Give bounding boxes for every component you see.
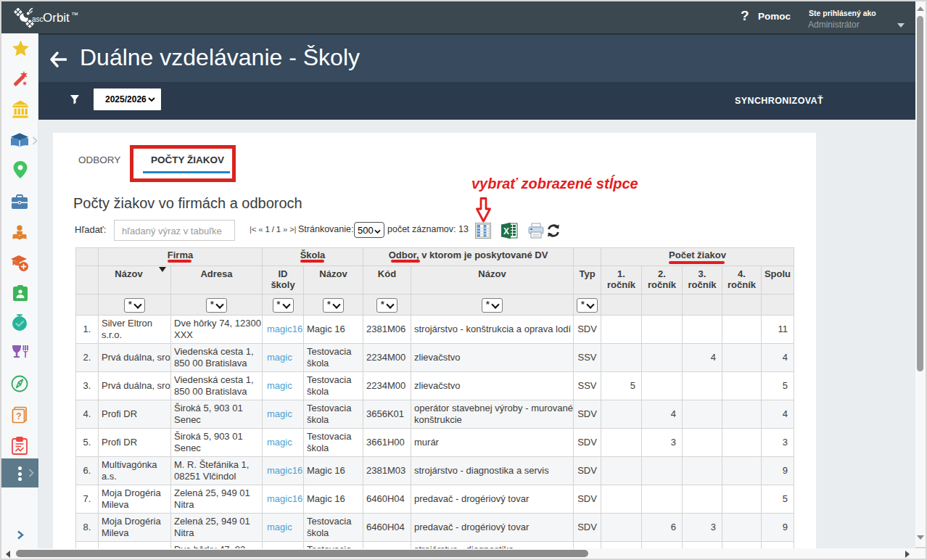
svg-text:?: ? (16, 411, 21, 421)
svg-text:X: X (503, 226, 509, 236)
